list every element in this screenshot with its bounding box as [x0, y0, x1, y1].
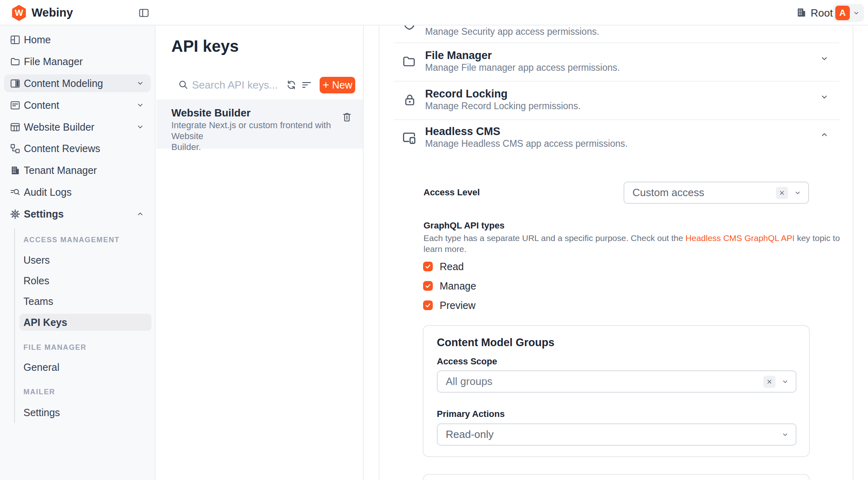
- sidebar-item-users[interactable]: Users: [19, 252, 152, 269]
- sidebar-item-roles[interactable]: Roles: [19, 272, 152, 289]
- chevron-down-icon: [781, 431, 789, 439]
- audit-search-icon: [10, 187, 21, 198]
- accordion-description: Manage Record Locking permissions.: [425, 100, 581, 112]
- refresh-icon[interactable]: [286, 79, 297, 91]
- clear-icon[interactable]: [763, 376, 775, 388]
- sidebar-toggle-icon[interactable]: [138, 7, 150, 19]
- devices-icon: [402, 130, 417, 146]
- submenu-tree-line: [14, 228, 15, 423]
- sidebar-item-teams[interactable]: Teams: [19, 293, 152, 310]
- list-item-title: Website Builder: [171, 107, 251, 119]
- checkbox-checked-icon: [423, 281, 433, 291]
- sidebar-item-file-manager[interactable]: File Manager: [4, 53, 151, 70]
- building-icon: [10, 165, 21, 176]
- api-keys-list-panel: API keys + New Website Builder Integrate…: [156, 25, 364, 480]
- checkbox-label: Preview: [440, 300, 476, 311]
- sort-icon[interactable]: [301, 79, 312, 91]
- api-key-detail-panel: Manage Security app access permissions. …: [379, 25, 853, 480]
- new-api-key-button[interactable]: + New: [320, 77, 355, 93]
- access-scope-select[interactable]: All groups: [437, 370, 796, 393]
- api-key-list-item-website-builder[interactable]: Website Builder Integrate Next.js or cus…: [156, 99, 363, 149]
- sidebar-item-website-builder[interactable]: Website Builder: [4, 118, 151, 136]
- chevron-down-icon: [781, 378, 789, 386]
- sidebar-item-home[interactable]: Home: [4, 31, 151, 49]
- workflow-icon: [10, 143, 21, 154]
- chevron-down-icon: [136, 101, 145, 110]
- accordion-description: Manage File manager app access permissio…: [425, 62, 620, 74]
- webiny-logo-icon: W: [11, 5, 27, 21]
- home-icon: [10, 34, 21, 45]
- sidebar-item-tenant-manager[interactable]: Tenant Manager: [4, 161, 151, 179]
- chevron-down-icon: [794, 189, 802, 197]
- accordion-title-file-manager: File Manager: [425, 49, 492, 62]
- sidebar-item-label: Tenant Manager: [24, 165, 97, 176]
- sidebar-item-api-keys[interactable]: API Keys: [19, 314, 152, 331]
- table-icon: [10, 122, 21, 133]
- section-header-mailer: MAILER: [23, 386, 55, 398]
- building-icon: [796, 7, 807, 18]
- primary-actions-label: Primary Actions: [437, 408, 505, 420]
- primary-actions-select[interactable]: Read-only: [437, 423, 796, 446]
- list-item-description: Integrate Next.js or custom frontend wit…: [171, 120, 363, 152]
- trash-icon[interactable]: [341, 112, 352, 123]
- headless-cms-graphql-api-link[interactable]: Headless CMS GraphQL API: [685, 233, 794, 243]
- sidebar-item-label: Content: [24, 99, 59, 111]
- content-icon: [10, 100, 21, 111]
- checkbox-row-read[interactable]: Read: [423, 261, 464, 272]
- next-card-partial: [423, 474, 810, 480]
- sidebar-item-general[interactable]: General: [19, 359, 152, 376]
- sidebar-item-content[interactable]: Content: [4, 96, 151, 114]
- access-level-value: Custom access: [632, 186, 776, 199]
- sidebar-item-label: Website Builder: [24, 121, 95, 133]
- sidebar-item-settings[interactable]: Settings: [4, 205, 151, 223]
- search-icon: [178, 79, 189, 90]
- chevron-down-icon[interactable]: [820, 54, 829, 63]
- account-menu[interactable]: A: [833, 4, 864, 22]
- webiny-admin-app: W Webiny Root A: [0, 0, 868, 480]
- divider: [394, 42, 839, 43]
- shield-icon: [402, 25, 417, 31]
- chevron-down-icon: [136, 79, 145, 88]
- access-scope-label: Access Scope: [437, 356, 497, 367]
- accordion-description: Manage Headless CMS app access permissio…: [425, 138, 628, 150]
- divider: [394, 81, 839, 82]
- checkbox-label: Manage: [440, 280, 476, 292]
- graphql-api-types-description: Each type has a separate URL and a speci…: [423, 233, 840, 254]
- top-bar: W Webiny Root A: [0, 0, 868, 25]
- sidebar-item-content-reviews[interactable]: Content Reviews: [4, 140, 151, 157]
- content-modeling-icon: [10, 78, 21, 89]
- accordion-title-record-locking: Record Locking: [425, 87, 508, 101]
- accordion-title-headless-cms: Headless CMS: [425, 125, 500, 138]
- access-level-select[interactable]: Custom access: [624, 182, 809, 204]
- plus-icon: +: [322, 79, 329, 91]
- section-header-file-manager: FILE MANAGER: [23, 342, 86, 353]
- page-title: API keys: [171, 37, 239, 55]
- content-model-groups-card: Content Model Groups Access Scope All gr…: [423, 325, 810, 457]
- chevron-down-icon[interactable]: [820, 92, 829, 102]
- sidebar-item-mailer-settings[interactable]: Settings: [19, 404, 152, 421]
- sidebar-item-label: Home: [24, 34, 51, 46]
- chevron-down-icon: [852, 9, 860, 17]
- primary-actions-value: Read-only: [446, 428, 781, 441]
- checkbox-label: Read: [440, 261, 464, 273]
- chevron-down-icon: [136, 123, 145, 131]
- sidebar-item-label: Audit Logs: [24, 186, 72, 198]
- clear-icon[interactable]: [776, 187, 788, 199]
- gear-icon: [10, 209, 21, 220]
- new-button-label: New: [332, 79, 352, 91]
- checkbox-row-preview[interactable]: Preview: [423, 300, 476, 311]
- checkbox-checked-icon: [423, 300, 433, 310]
- brand-name: Webiny: [32, 6, 73, 19]
- search-input[interactable]: [192, 77, 279, 93]
- sidebar-item-label: Settings: [24, 208, 64, 220]
- checkbox-row-manage[interactable]: Manage: [423, 281, 476, 291]
- tenant-name[interactable]: Root: [811, 7, 833, 19]
- graphql-api-types-heading: GraphQL API types: [423, 220, 505, 231]
- sidebar-item-label: Content Reviews: [24, 143, 100, 154]
- sidebar-item-content-modeling[interactable]: Content Modeling: [4, 74, 151, 92]
- sidebar-item-audit-logs[interactable]: Audit Logs: [4, 183, 151, 201]
- folder-icon: [402, 54, 416, 69]
- access-scope-value: All groups: [446, 375, 763, 388]
- checkbox-checked-icon: [423, 262, 433, 271]
- chevron-up-icon[interactable]: [820, 130, 829, 140]
